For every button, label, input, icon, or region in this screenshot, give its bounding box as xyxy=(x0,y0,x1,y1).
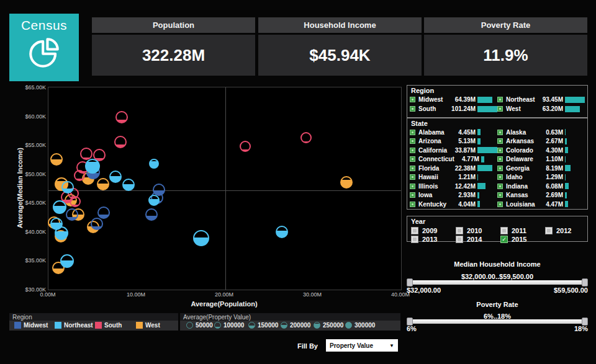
unchecked-checkbox-icon[interactable] xyxy=(456,227,463,234)
scatter-plot[interactable] xyxy=(48,87,402,290)
scatter-point-northeast[interactable] xyxy=(53,200,66,214)
scatter-point-south[interactable] xyxy=(300,132,312,143)
checkbox-icon[interactable] xyxy=(410,138,415,144)
poverty-slider-track[interactable] xyxy=(408,319,587,324)
checkbox-icon[interactable] xyxy=(497,138,503,144)
year-checkbox-2014[interactable]: 2014 xyxy=(456,235,500,244)
scatter-point-northeast[interactable] xyxy=(122,179,135,191)
scatter-point-west[interactable] xyxy=(97,178,109,190)
filter-bar xyxy=(565,97,585,103)
filter-item-alabama[interactable]: Alabama4.45M xyxy=(410,128,497,137)
filter-item-indiana[interactable]: Indiana6.08M xyxy=(497,182,585,191)
filter-item-delaware[interactable]: Delaware1.10M xyxy=(497,155,585,164)
filter-item-louisiana[interactable]: Louisiana4.47M xyxy=(497,200,585,209)
year-checkbox-2010[interactable]: 2010 xyxy=(456,226,500,235)
filter-item-kansas[interactable]: Kansas2.69M xyxy=(497,191,585,200)
filter-item-northeast[interactable]: Northeast93.45M xyxy=(497,95,585,104)
scatter-point-south[interactable] xyxy=(74,170,85,181)
filter-item-florida[interactable]: Florida22.38M xyxy=(410,164,497,173)
year-checkbox-2012[interactable]: 2012 xyxy=(545,226,590,235)
checkbox-icon[interactable] xyxy=(410,130,415,135)
year-checkbox-2013[interactable]: 2013 xyxy=(411,235,456,244)
filter-item-arkansas[interactable]: Arkansas2.67M xyxy=(497,137,585,146)
checkbox-icon[interactable] xyxy=(410,156,415,162)
income-slider-handle-left[interactable] xyxy=(407,278,413,286)
income-slider-handle-right[interactable] xyxy=(582,278,588,286)
scatter-point-midwest[interactable] xyxy=(91,218,103,230)
checkbox-icon[interactable] xyxy=(497,130,503,135)
legend-size-item-300000[interactable]: 300000 xyxy=(345,322,375,329)
scatter-point-northeast[interactable] xyxy=(55,226,68,240)
checkbox-icon[interactable] xyxy=(497,148,503,153)
legend-size-item-100000[interactable]: 100000 xyxy=(214,322,244,329)
scatter-point-south[interactable] xyxy=(80,148,93,160)
legend-item-northeast[interactable]: Northeast xyxy=(55,322,93,329)
scatter-point-northeast[interactable] xyxy=(276,226,288,238)
scatter-point-northeast[interactable] xyxy=(148,195,160,206)
filter-item-georgia[interactable]: Georgia8.19M xyxy=(497,164,585,173)
checkbox-icon[interactable] xyxy=(410,106,415,112)
filter-item-midwest[interactable]: Midwest64.39M xyxy=(410,95,497,104)
checkbox-icon[interactable] xyxy=(410,174,415,180)
filter-item-alaska[interactable]: Alaska0.63M xyxy=(497,128,585,137)
unchecked-checkbox-icon[interactable] xyxy=(500,227,508,234)
scatter-point-west[interactable] xyxy=(50,153,63,166)
filter-item-colorado[interactable]: Colorado4.30M xyxy=(497,146,585,155)
filter-item-south[interactable]: South101.24M xyxy=(410,104,497,113)
scatter-point-northeast[interactable] xyxy=(85,159,100,174)
checkbox-icon[interactable] xyxy=(497,192,503,198)
legend-size-item-50000[interactable]: 50000 xyxy=(186,322,213,329)
checkbox-icon[interactable] xyxy=(410,184,415,189)
fill-by-dropdown[interactable]: Property Value ▼ xyxy=(326,339,398,352)
checkbox-icon[interactable] xyxy=(410,148,415,153)
checkbox-icon[interactable] xyxy=(410,166,415,171)
scatter-point-northeast[interactable] xyxy=(193,230,209,246)
legend-size-item-150000[interactable]: 150000 xyxy=(248,322,278,329)
checked-checkbox-icon[interactable] xyxy=(500,236,508,243)
filter-item-illinois[interactable]: Illinois12.42M xyxy=(410,182,497,191)
checkbox-icon[interactable] xyxy=(497,202,503,207)
unchecked-checkbox-icon[interactable] xyxy=(411,227,418,234)
scatter-point-northeast[interactable] xyxy=(109,171,122,183)
scatter-point-midwest[interactable] xyxy=(97,206,110,219)
scatter-point-south[interactable] xyxy=(114,136,127,148)
checkbox-icon[interactable] xyxy=(497,156,503,162)
scatter-point-northeast[interactable] xyxy=(149,159,159,169)
checkbox-icon[interactable] xyxy=(497,106,503,112)
scatter-point-midwest[interactable] xyxy=(145,208,158,221)
scatter-point-south[interactable] xyxy=(240,141,251,152)
filter-value: 64.39M xyxy=(451,96,476,103)
filter-item-idaho[interactable]: Idaho1.29M xyxy=(497,173,585,182)
scatter-point-south[interactable] xyxy=(115,111,128,123)
legend-item-midwest[interactable]: Midwest xyxy=(14,322,48,329)
scatter-point-west[interactable] xyxy=(340,176,353,189)
filter-item-connecticut[interactable]: Connecticut4.77M xyxy=(410,155,497,164)
legend-item-west[interactable]: West xyxy=(136,322,160,329)
checkbox-icon[interactable] xyxy=(497,166,503,171)
checkbox-icon[interactable] xyxy=(497,174,503,180)
income-slider-track[interactable] xyxy=(408,280,587,285)
checkbox-icon[interactable] xyxy=(497,97,503,102)
unchecked-checkbox-icon[interactable] xyxy=(411,236,418,243)
checkbox-icon[interactable] xyxy=(410,97,415,102)
checkbox-icon[interactable] xyxy=(410,192,415,198)
legend-size-item-250000[interactable]: 250000 xyxy=(314,322,343,329)
filter-label: South xyxy=(418,105,451,112)
filter-item-kentucky[interactable]: Kentucky4.04M xyxy=(410,200,497,209)
unchecked-checkbox-icon[interactable] xyxy=(545,227,553,234)
filter-item-hawaii[interactable]: Hawaii1.21M xyxy=(410,173,497,182)
year-checkbox-2011[interactable]: 2011 xyxy=(500,226,545,235)
filter-item-arizona[interactable]: Arizona5.13M xyxy=(410,137,497,146)
legend-size-item-200000[interactable]: 200000 xyxy=(281,322,310,329)
legend-item-south[interactable]: South xyxy=(95,322,122,329)
checkbox-icon[interactable] xyxy=(497,184,503,189)
filter-item-california[interactable]: California33.87M xyxy=(410,146,497,155)
scatter-point-northeast[interactable] xyxy=(60,254,74,268)
unchecked-checkbox-icon[interactable] xyxy=(456,236,463,243)
checkbox-icon[interactable] xyxy=(410,202,415,207)
filter-item-west[interactable]: West63.20M xyxy=(497,104,585,113)
scatter-point-south[interactable] xyxy=(70,196,81,207)
filter-item-iowa[interactable]: Iowa2.93M xyxy=(410,191,497,200)
year-checkbox-2009[interactable]: 2009 xyxy=(411,226,456,235)
year-checkbox-2015[interactable]: 2015 xyxy=(500,235,545,244)
